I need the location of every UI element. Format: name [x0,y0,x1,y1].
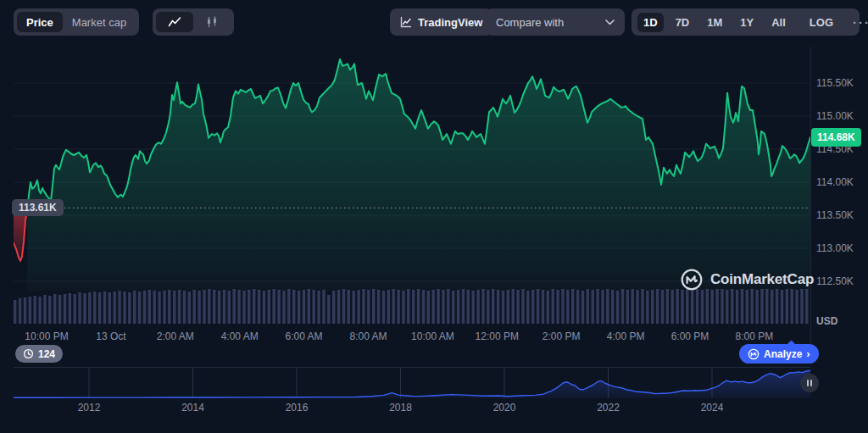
range-7d[interactable]: 7D [670,13,696,32]
range-1y[interactable]: 1Y [734,13,760,32]
analyze-label: Analyze [764,348,802,360]
x-axis-label: 4:00 AM [221,330,259,342]
chevron-down-icon [605,19,615,25]
price-chart-module: Price Market cap TradingView Compare wit… [0,0,868,433]
y-axis-label: 113.00K [816,242,854,254]
x-axis-label: 8:00 PM [736,330,774,342]
y-axis-label: 113.50K [816,209,854,221]
current-price-badge: 114.68K [811,128,861,147]
minimap-year-label: 2012 [78,402,101,414]
minimap-svg[interactable] [14,367,810,398]
x-axis-label: 6:00 PM [671,330,709,342]
range-1d[interactable]: 1D [637,13,664,32]
analyze-button[interactable]: Analyze › [739,344,819,364]
x-axis-label: 6:00 AM [286,330,323,342]
tradingview-label: TradingView [418,16,482,29]
chart-type-toggle [153,8,234,36]
chevron-right-icon: › [806,347,810,360]
candlestick-chart-toggle[interactable] [193,12,231,32]
range-1m[interactable]: 1M [701,13,728,32]
minimap-year-label: 2018 [389,402,412,414]
log-scale-button[interactable]: LOG [804,13,839,32]
coinmarketcap-watermark: CoinMarketCap [680,268,814,291]
currency-label: USD [816,315,837,327]
x-axis-label: 10:00 PM [25,330,68,342]
minimap-year-label: 2022 [597,402,620,414]
more-options-button[interactable]: ··· [851,15,868,30]
time-range-group: 1D7D1M1YAllLOG··· [632,8,860,36]
x-axis-label: 13 Oct [96,330,125,342]
handle-bar [807,380,809,386]
history-count: 124 [38,348,55,360]
price-marketcap-toggle: Price Market cap [14,8,139,36]
y-axis-separator [810,47,811,343]
compare-with-label: Compare with [496,16,564,29]
watermark-text: CoinMarketCap [710,271,814,288]
minimap-year-label: 2024 [701,402,724,414]
line-chart-icon [168,16,181,28]
minimap-year-label: 2016 [286,402,309,414]
tab-price[interactable]: Price [17,12,63,32]
minimap-year-label: 2020 [493,402,516,414]
y-axis-label: 114.00K [816,176,854,188]
handle-bar [810,380,812,386]
x-axis-label: 10:00 AM [411,330,454,342]
baseline-price-label: 113.61K [12,199,64,216]
x-axis-label: 2:00 AM [157,330,194,342]
analyze-logo-icon [748,348,760,360]
history-count-pill[interactable]: 124 [15,345,63,363]
y-axis-label: 115.00K [816,110,854,122]
clock-icon [23,348,34,359]
y-axis-label: 115.50K [816,77,854,89]
y-axis-label: 112.50K [816,275,854,287]
x-axis-label: 8:00 AM [349,330,387,342]
line-chart-toggle[interactable] [156,12,193,32]
coinmarketcap-logo-icon [680,268,704,291]
compare-with-dropdown[interactable]: Compare with [486,8,625,36]
x-axis-label: 4:00 PM [607,330,645,342]
range-all[interactable]: All [765,13,792,32]
tradingview-icon [400,16,412,28]
tab-market-cap[interactable]: Market cap [63,12,136,32]
tradingview-button[interactable]: TradingView [390,8,492,36]
minimap-range-handle[interactable] [800,374,819,392]
candlestick-icon [205,16,219,28]
minimap-year-label: 2014 [181,402,204,414]
x-axis-label: 2:00 PM [542,330,581,342]
x-axis-label: 12:00 PM [476,330,519,342]
